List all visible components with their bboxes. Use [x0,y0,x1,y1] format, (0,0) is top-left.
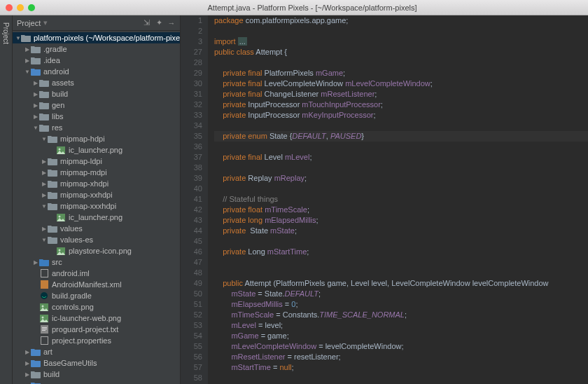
project-tree[interactable]: ▼platform-pixels (~/Workspace/platform-p… [13,31,180,384]
gear-icon[interactable]: ✦ [155,19,163,27]
expand-icon[interactable]: ▶ [41,181,48,187]
tree-row[interactable]: ▶mipmap-ldpi [13,156,180,167]
expand-icon[interactable]: ▶ [41,158,48,165]
node-icon [48,135,57,143]
code-editor[interactable]: package com.platformpixels.app.game;impo… [209,15,588,384]
tree-row[interactable]: controls.png [13,301,180,313]
tree-row[interactable]: ▼mipmap-xxxhdpi [13,200,180,212]
expand-icon[interactable]: ▶ [41,192,48,198]
expand-icon[interactable]: ▶ [24,371,31,378]
node-icon [48,235,57,244]
node-icon [48,191,57,199]
node-label: build.gradle [52,292,92,300]
tree-row[interactable]: ▼mipmap-hdpi [13,133,180,144]
node-label: mipmap-mdpi [60,168,107,177]
tree-row[interactable]: ic_launcher.png [13,144,180,156]
expand-icon[interactable]: ▶ [41,170,48,176]
node-icon [31,45,41,53]
tree-row[interactable]: ▶src [13,256,180,268]
editor-area: 1232728293031323334353637383940414243444… [181,15,588,384]
svg-point-13 [42,316,44,318]
tree-row[interactable]: playstore-icon.png [13,245,180,256]
tree-row[interactable]: ▶build [13,88,180,100]
expand-icon[interactable]: ▶ [32,102,39,109]
tree-row[interactable]: ▶assets [13,77,180,88]
node-icon [39,90,49,98]
tree-row[interactable]: ▶libs [13,111,180,122]
tree-row[interactable]: ▼res [13,122,180,133]
svg-rect-8 [41,280,48,289]
tree-row[interactable]: ▶core [13,380,180,384]
node-icon [31,381,41,384]
node-label: .idea [43,56,60,64]
node-icon [31,67,41,76]
svg-rect-7 [41,270,48,277]
tree-row[interactable]: android.iml [13,268,180,279]
expand-icon[interactable]: ▶ [41,226,48,232]
expand-icon[interactable]: ▶ [24,57,31,64]
tree-row[interactable]: ▶art [13,346,180,357]
expand-icon[interactable]: ▼ [15,35,21,41]
tool-window-bar: Project [0,15,13,384]
expand-icon[interactable]: ▶ [24,46,31,53]
tree-row[interactable]: ▶values [13,223,180,234]
expand-icon[interactable]: ▼ [41,136,48,142]
expand-icon[interactable]: ▶ [32,259,39,266]
node-icon [39,303,49,311]
tree-row[interactable]: build.gradle [13,290,180,301]
tree-row[interactable]: proguard-project.txt [13,324,180,335]
node-icon [21,34,31,42]
expand-icon[interactable]: ▼ [41,237,48,243]
project-panel: Project ▾ ⇲ ✦ → ▼platform-pixels (~/Work… [13,15,181,384]
tree-row[interactable]: ▶mipmap-mdpi [13,167,180,178]
node-icon [39,101,49,109]
node-label: .gradle [43,45,67,53]
expand-icon[interactable]: ▶ [24,360,31,366]
tree-row[interactable]: AndroidManifest.xml [13,279,180,290]
tree-row[interactable]: ▼values-es [13,234,180,245]
node-icon [48,179,57,188]
expand-icon[interactable]: ▶ [32,114,39,120]
minimize-icon[interactable] [17,4,24,11]
svg-rect-15 [42,327,47,328]
node-icon [39,258,49,266]
node-icon [48,168,57,177]
close-icon[interactable] [6,4,13,11]
tree-row[interactable]: ic-launcher-web.png [13,313,180,324]
node-icon [31,348,41,356]
expand-icon[interactable]: ▶ [24,349,31,355]
node-icon [39,325,49,334]
dropdown-icon[interactable]: ▾ [43,18,48,27]
tree-row[interactable]: ▶mipmap-xhdpi [13,178,180,189]
node-label: assets [52,78,74,87]
node-label: project.properties [52,336,111,345]
project-tab[interactable]: Project [2,18,10,48]
tree-row[interactable]: ▶.idea [13,55,180,66]
fold-icon[interactable]: ... [238,37,247,46]
expand-icon[interactable]: ▶ [32,91,39,97]
node-label: mipmap-ldpi [60,157,102,165]
expand-icon[interactable]: ▼ [24,69,31,75]
tree-row[interactable]: project.properties [13,335,180,346]
expand-icon[interactable]: ▼ [41,203,48,210]
hide-icon[interactable]: → [167,19,176,27]
node-icon [56,247,66,255]
tree-row[interactable]: ▶build [13,369,180,380]
collapse-icon[interactable]: ⇲ [142,19,150,27]
tree-row[interactable]: ▶BaseGameUtils [13,357,180,369]
node-icon [39,269,49,277]
tree-row[interactable]: ▼platform-pixels (~/Workspace/platform-p… [13,32,180,43]
node-label: ic_launcher.png [69,213,122,221]
expand-icon[interactable]: ▶ [32,80,39,86]
node-icon [31,56,41,64]
tree-row[interactable]: ▶mipmap-xxhdpi [13,189,180,200]
node-label: art [43,348,52,356]
node-label: values [60,224,83,233]
tree-row[interactable]: ▼android [13,66,180,77]
expand-icon[interactable]: ▼ [32,125,39,131]
tree-row[interactable]: ic_launcher.png [13,212,180,223]
panel-title: Project [17,19,41,27]
zoom-icon[interactable] [28,4,35,11]
tree-row[interactable]: ▶.gradle [13,43,180,55]
tree-row[interactable]: ▶gen [13,100,180,111]
